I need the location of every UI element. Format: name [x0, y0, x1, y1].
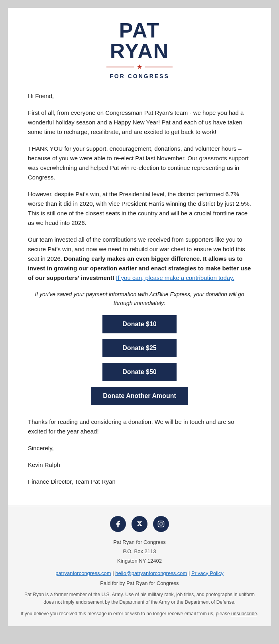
- unsubscribe-period: .: [257, 611, 258, 616]
- paragraph-4: Our team invested all of the contributio…: [28, 235, 251, 283]
- footer-disclaimer-2: If you believe you received this message…: [20, 610, 259, 618]
- unsubscribe-text: If you believe you received this message…: [21, 611, 231, 616]
- paragraph-3: However, despite Pat's win, at the Presi…: [28, 189, 251, 228]
- footer-org: Pat Ryan for Congress: [20, 538, 259, 547]
- signer-name: Kevin Ralph: [28, 460, 251, 470]
- donate-other-button[interactable]: Donate Another Amount: [91, 387, 188, 405]
- logo-subtitle: FOR CONGRESS: [16, 73, 263, 79]
- logo-line2: RYAN: [16, 41, 263, 61]
- instagram-icon[interactable]: [153, 516, 169, 532]
- donate-25-button[interactable]: Donate $25: [102, 339, 176, 357]
- actblue-note: If you've saved your payment information…: [28, 290, 251, 308]
- social-icons-group: 𝕏: [20, 516, 259, 532]
- email-container: PAT RYAN ★ FOR CONGRESS Hi Friend, First…: [8, 8, 271, 626]
- logo-line1: PAT: [16, 20, 263, 41]
- footer: 𝕏 Pat Ryan for Congress P.O. Box 2113 Ki…: [8, 506, 271, 626]
- footer-pobox: P.O. Box 2113: [20, 547, 259, 556]
- logo-star: ★: [137, 63, 142, 71]
- facebook-icon[interactable]: [110, 516, 126, 532]
- footer-disclaimer-1: Pat Ryan is a former member of the U.S. …: [20, 591, 259, 606]
- footer-address: Pat Ryan for Congress P.O. Box 2113 King…: [20, 538, 259, 565]
- logo-star-bar: ★: [16, 63, 263, 71]
- svg-point-1: [160, 523, 162, 525]
- unsubscribe-link[interactable]: unsubscribe: [231, 611, 257, 616]
- website-link[interactable]: patryanforcongress.com: [55, 570, 111, 576]
- paragraph-1: First of all, from everyone on Congressm…: [28, 108, 251, 137]
- privacy-link[interactable]: Privacy Policy: [191, 570, 224, 576]
- svg-point-2: [162, 522, 163, 523]
- closing-paragraph-1: Thanks for reading and considering a don…: [28, 417, 251, 436]
- greeting: Hi Friend,: [28, 91, 251, 101]
- paragraph-2: THANK YOU for your support, encouragemen…: [28, 144, 251, 182]
- donate-10-button[interactable]: Donate $10: [102, 315, 176, 333]
- header: PAT RYAN ★ FOR CONGRESS: [8, 8, 271, 87]
- donate-buttons-group: Donate $10 Donate $25 Donate $50 Donate …: [28, 315, 251, 405]
- svg-rect-0: [158, 521, 164, 527]
- footer-paid: Paid for by Pat Ryan for Congress: [20, 580, 259, 586]
- email-link[interactable]: hello@patryanforcongress.com: [115, 570, 187, 576]
- donate-50-button[interactable]: Donate $50: [102, 363, 176, 381]
- separator-2: |: [189, 570, 191, 576]
- closing-2: Sincerely,: [28, 443, 251, 453]
- signer-title: Finance Director, Team Pat Ryan: [28, 477, 251, 486]
- footer-links: patryanforcongress.com | hello@patryanfo…: [20, 570, 259, 576]
- footer-city: Kingston NY 12402: [20, 556, 259, 565]
- logo-bar-left: [106, 67, 134, 67]
- contribution-link[interactable]: If you can, please make a contribution t…: [116, 274, 234, 281]
- signature: Sincerely, Kevin Ralph Finance Director,…: [28, 443, 251, 486]
- body-content: Hi Friend, First of all, from everyone o…: [8, 87, 271, 506]
- x-twitter-icon[interactable]: 𝕏: [132, 516, 147, 532]
- logo-bar-right: [145, 67, 173, 67]
